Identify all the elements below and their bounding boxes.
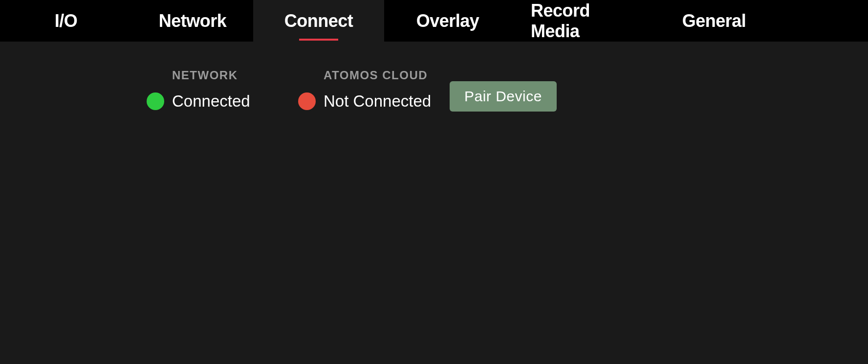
cloud-status-label: ATOMOS CLOUD [324, 68, 428, 82]
tab-io[interactable]: I/O [0, 0, 132, 42]
connect-content: NETWORK Connected ATOMOS CLOUD Not Conne… [0, 42, 868, 112]
tab-overlay[interactable]: Overlay [384, 0, 511, 42]
tab-record-media[interactable]: Record Media [511, 0, 658, 42]
status-dot-icon [298, 92, 316, 110]
cloud-status-value: Not Connected [324, 92, 431, 111]
network-status-row: Connected [147, 92, 250, 111]
tab-bar: I/O Network Connect Overlay Record Media… [0, 0, 868, 42]
network-status-label: NETWORK [172, 68, 238, 82]
cloud-status-row: Not Connected [298, 92, 431, 111]
cloud-status-group: ATOMOS CLOUD Not Connected [298, 68, 450, 111]
tab-connect[interactable]: Connect [253, 0, 384, 42]
status-dot-icon [147, 92, 164, 110]
tab-general[interactable]: General [658, 0, 770, 42]
network-status-group: NETWORK Connected [147, 68, 298, 111]
network-status-value: Connected [172, 92, 250, 111]
tab-network[interactable]: Network [132, 0, 253, 42]
pair-device-button[interactable]: Pair Device [450, 81, 557, 112]
